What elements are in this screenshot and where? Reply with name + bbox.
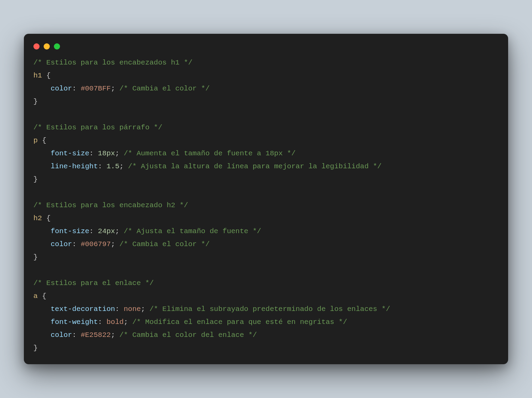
- window-zoom-icon[interactable]: [54, 43, 60, 49]
- code-line: }: [33, 173, 499, 186]
- code-token: [33, 85, 50, 93]
- code-token: :: [89, 150, 98, 157]
- code-content: /* Estilos para los encabezados h1 */h1 …: [24, 56, 508, 355]
- code-token: /* Ajusta el tamaño de fuente */: [124, 227, 261, 235]
- code-token: /* Aumenta el tamaño de fuente a 18px */: [124, 150, 296, 157]
- code-line: /* Estilos para el enlace */: [33, 277, 499, 290]
- code-token: ;: [124, 318, 132, 326]
- code-token: 1.5: [106, 162, 119, 170]
- code-line: /* Estilos para los párrafo */: [33, 121, 499, 134]
- code-token: :: [98, 162, 106, 170]
- code-token: :: [72, 240, 80, 248]
- code-token: :: [72, 85, 80, 93]
- code-token: [33, 305, 50, 313]
- code-token: :: [89, 227, 98, 235]
- code-token: ;: [111, 85, 119, 93]
- code-line: a {: [33, 290, 499, 303]
- code-token: {: [38, 292, 46, 300]
- code-token: [33, 240, 50, 248]
- code-token: /* Modifica el enlace para que esté en n…: [132, 318, 347, 326]
- code-token: [33, 150, 50, 157]
- code-token: :: [98, 318, 106, 326]
- code-line: [33, 264, 499, 277]
- code-token: [33, 227, 50, 235]
- code-token: }: [33, 344, 38, 352]
- code-token: /* Cambia el color del enlace */: [119, 331, 257, 339]
- code-token: [33, 318, 50, 326]
- code-token: line-height: [50, 162, 98, 170]
- code-token: :: [115, 305, 123, 313]
- code-line: color: #007BFF; /* Cambia el color */: [33, 82, 499, 95]
- code-token: /* Estilos para los encabezado h2 */: [33, 201, 188, 209]
- code-line: p {: [33, 134, 499, 147]
- code-token: }: [33, 253, 38, 261]
- code-token: font-weight: [50, 318, 98, 326]
- window-minimize-icon[interactable]: [44, 43, 50, 49]
- code-token: ;: [115, 227, 123, 235]
- code-token: :: [72, 331, 80, 339]
- code-line: text-decoration: none; /* Elimina el sub…: [33, 303, 499, 316]
- code-token: {: [38, 137, 46, 144]
- code-token: a: [33, 292, 38, 300]
- code-line: }: [33, 95, 499, 108]
- code-token: /* Estilos para los párrafo */: [33, 124, 162, 131]
- code-token: #006797: [81, 240, 111, 248]
- code-line: h2 {: [33, 212, 499, 225]
- code-token: font-size: [50, 227, 89, 235]
- code-token: ;: [119, 162, 128, 170]
- code-token: color: [50, 85, 72, 93]
- code-token: /* Cambia el color */: [119, 85, 210, 93]
- code-line: h1 {: [33, 69, 499, 82]
- code-token: /* Ajusta la altura de línea para mejora…: [128, 162, 382, 170]
- code-token: [33, 162, 50, 170]
- code-line: }: [33, 251, 499, 264]
- window-titlebar: [24, 43, 508, 56]
- code-token: font-size: [50, 150, 89, 157]
- code-token: h1: [33, 72, 42, 80]
- window-close-icon[interactable]: [33, 43, 40, 49]
- code-window: /* Estilos para los encabezados h1 */h1 …: [24, 34, 508, 364]
- code-token: /* Estilos para los encabezados h1 */: [33, 59, 192, 67]
- code-token: ;: [111, 331, 119, 339]
- code-token: #E25822: [81, 331, 111, 339]
- code-token: }: [33, 175, 38, 183]
- code-token: }: [33, 98, 38, 105]
- code-line: line-height: 1.5; /* Ajusta la altura de…: [33, 160, 499, 173]
- code-token: /* Estilos para el enlace */: [33, 279, 154, 287]
- code-token: ;: [141, 305, 149, 313]
- code-token: bold: [106, 318, 123, 326]
- code-token: {: [42, 72, 50, 80]
- code-token: h2: [33, 214, 42, 222]
- code-line: [33, 186, 499, 199]
- code-token: ;: [111, 240, 119, 248]
- code-token: #007BFF: [81, 85, 111, 93]
- code-token: text-decoration: [50, 305, 115, 313]
- code-line: }: [33, 342, 499, 355]
- code-line: font-weight: bold; /* Modifica el enlace…: [33, 316, 499, 329]
- code-token: {: [42, 214, 50, 222]
- code-line: [33, 108, 499, 121]
- code-token: /* Cambia el color */: [119, 240, 210, 248]
- code-token: color: [50, 331, 72, 339]
- code-token: 18px: [98, 150, 115, 157]
- code-line: /* Estilos para los encabezados h1 */: [33, 56, 499, 69]
- code-line: /* Estilos para los encabezado h2 */: [33, 199, 499, 212]
- code-token: ;: [115, 150, 123, 157]
- code-line: color: #006797; /* Cambia el color */: [33, 238, 499, 251]
- code-token: color: [50, 240, 72, 248]
- code-token: /* Elimina el subrayado predeterminado d…: [149, 305, 390, 313]
- code-line: font-size: 18px; /* Aumenta el tamaño de…: [33, 147, 499, 160]
- code-line: font-size: 24px; /* Ajusta el tamaño de …: [33, 225, 499, 238]
- code-token: none: [124, 305, 141, 313]
- code-token: [33, 331, 50, 339]
- code-token: 24px: [98, 227, 115, 235]
- code-token: p: [33, 137, 38, 144]
- code-line: color: #E25822; /* Cambia el color del e…: [33, 329, 499, 342]
